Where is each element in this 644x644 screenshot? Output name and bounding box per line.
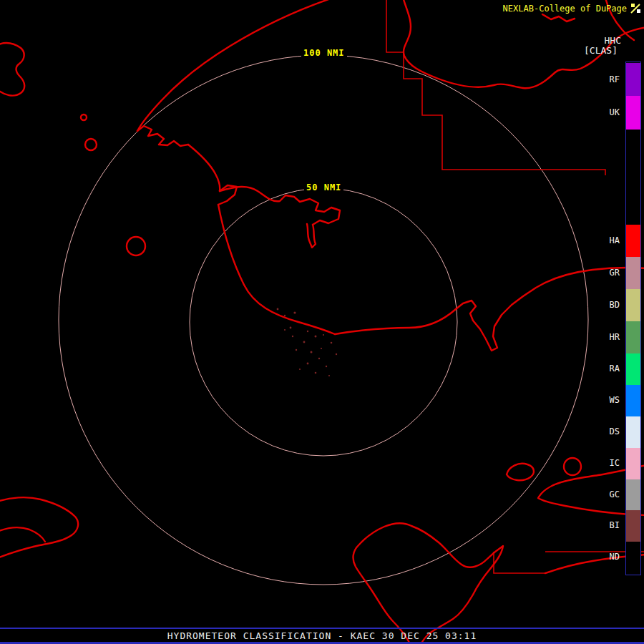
- legend-label-ds: DS: [598, 426, 620, 436]
- legend-label-bi: BI: [598, 520, 620, 530]
- legend-label-rf: RF: [598, 74, 620, 84]
- outer-ring-label: 100 NMI: [301, 48, 347, 58]
- legend-swatch-ws: [626, 385, 640, 416]
- product-title: HYDROMETEOR CLASSIFICATION - KAEC 30 DEC…: [0, 630, 644, 641]
- footer-divider-top: [0, 628, 644, 629]
- product-mode: [CLAS]: [584, 45, 618, 56]
- legend-label-uk: UK: [598, 107, 620, 117]
- legend-swatch-bd: [626, 289, 640, 321]
- legend-label-nd: ND: [598, 552, 620, 562]
- legend-swatch-bi: [626, 510, 640, 542]
- legend-swatch-uk: [626, 96, 640, 130]
- legend-swatch-hr: [626, 321, 640, 353]
- legend-label-ha: HA: [598, 235, 620, 245]
- legend-swatch-rf: [626, 63, 640, 96]
- legend-label-ws: WS: [598, 395, 620, 405]
- legend-label-gr: GR: [598, 268, 620, 278]
- legend-swatch-ds: [626, 416, 640, 448]
- legend-swatch-ic: [626, 448, 640, 479]
- coastlines: [0, 0, 644, 644]
- range-rings: [59, 55, 588, 585]
- legend-label-ic: IC: [598, 458, 620, 468]
- legend-label-gc: GC: [598, 489, 620, 499]
- brand-icon: [630, 3, 641, 14]
- brand-text: NEXLAB-College of DuPage: [503, 4, 627, 14]
- radar-screen: 100 NMI 50 NMI NEXLAB-College of DuPage …: [0, 0, 644, 644]
- legend-swatch-ha: [626, 225, 640, 257]
- legend-label-hr: HR: [598, 332, 620, 342]
- legend-swatch-gc: [626, 479, 640, 510]
- legend-label-ra: RA: [598, 364, 620, 374]
- legend-label-bd: BD: [598, 300, 620, 310]
- inner-ring-label: 50 NMI: [304, 182, 343, 192]
- legend-colorbar: [625, 62, 641, 575]
- radar-map: [0, 0, 644, 644]
- legend-swatch-gr: [626, 257, 640, 289]
- legend-swatch-ra: [626, 353, 640, 385]
- product-code: HHC: [605, 35, 621, 46]
- legend-swatch-nd: [626, 542, 640, 572]
